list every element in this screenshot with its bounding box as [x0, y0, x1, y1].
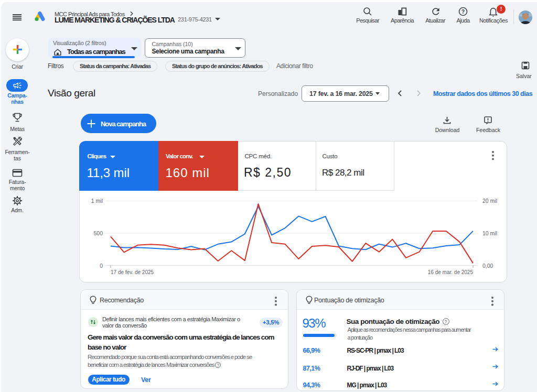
svg-text:?: ? [461, 8, 465, 15]
